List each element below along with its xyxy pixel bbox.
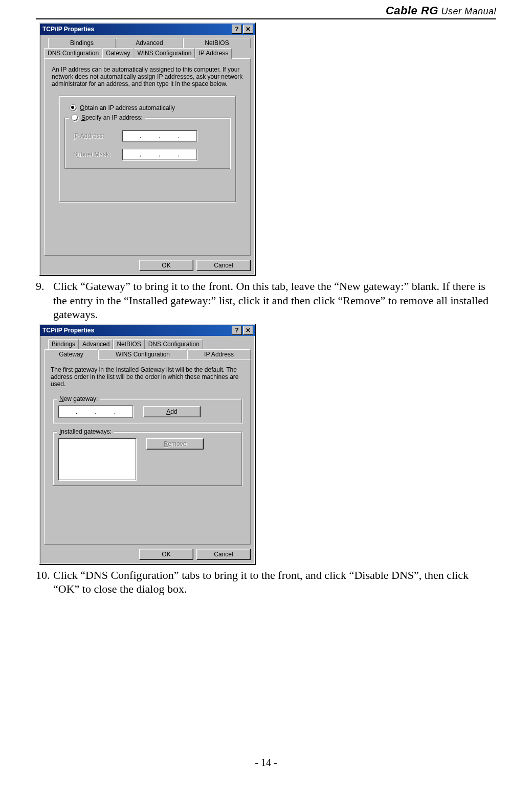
- tab-advanced[interactable]: Advanced: [116, 38, 183, 48]
- remove-button[interactable]: Remove: [146, 438, 204, 449]
- step-10: 10. Click “DNS Configuration” tabs to br…: [36, 568, 496, 596]
- gateway-info-text: The first gateway in the Installed Gatew…: [51, 366, 244, 388]
- help-button[interactable]: ?: [232, 326, 242, 335]
- installed-gateways-list[interactable]: [58, 438, 136, 480]
- titlebar[interactable]: TCP/IP Properties ? ✕: [40, 325, 255, 336]
- ip-info-text: An IP address can be automatically assig…: [52, 66, 243, 87]
- tcpip-dialog-ipaddress: TCP/IP Properties ? ✕ Bindings Advanced …: [39, 23, 256, 276]
- step-text: Click “Gateway” to bring it to the front…: [53, 279, 496, 322]
- radio-specify-ip-label: Specify an IP address:: [81, 114, 143, 121]
- tab-bindings[interactable]: Bindings: [48, 339, 79, 349]
- tab-gateway[interactable]: Gateway: [44, 349, 98, 360]
- installed-gateways-label: Installed gateways:: [57, 428, 114, 435]
- ok-button[interactable]: OK: [139, 260, 193, 271]
- page-number: - 14 -: [0, 757, 532, 769]
- step-9: 9. Click “Gateway” to bring it to the fr…: [36, 279, 496, 322]
- close-button[interactable]: ✕: [243, 326, 253, 335]
- tab-advanced[interactable]: Advanced: [79, 339, 113, 349]
- tab-netbios[interactable]: NetBIOS: [183, 38, 251, 48]
- step-number: 9.: [36, 279, 53, 322]
- ip-address-field[interactable]: ...: [122, 130, 197, 142]
- tab-wins-config[interactable]: WINS Configuration: [98, 349, 187, 359]
- tcpip-dialog-gateway: TCP/IP Properties ? ✕ Bindings Advanced …: [39, 324, 256, 565]
- tab-gateway[interactable]: Gateway: [102, 48, 134, 58]
- subnet-mask-label: Subnet Mask:: [73, 151, 122, 158]
- tab-ip-address[interactable]: IP Address: [187, 349, 251, 359]
- cancel-button[interactable]: Cancel: [196, 549, 251, 560]
- radio-obtain-auto[interactable]: [70, 104, 77, 111]
- new-gateway-label: New gateway:: [57, 395, 100, 402]
- dialog-title: TCP/IP Properties: [41, 327, 231, 334]
- ok-button[interactable]: OK: [139, 549, 193, 560]
- close-button[interactable]: ✕: [243, 25, 253, 34]
- subnet-mask-field[interactable]: ...: [122, 149, 197, 160]
- step-number: 10.: [36, 568, 53, 596]
- add-button[interactable]: Add: [143, 406, 201, 417]
- step-text: Click “DNS Configuration” tabs to bring …: [53, 568, 496, 596]
- help-button[interactable]: ?: [232, 25, 242, 34]
- tab-wins-config[interactable]: WINS Configuration: [134, 48, 195, 58]
- tab-bindings[interactable]: Bindings: [48, 38, 116, 48]
- titlebar[interactable]: TCP/IP Properties ? ✕: [40, 24, 255, 35]
- page-header: Cable RG User Manual: [36, 4, 496, 19]
- cancel-button[interactable]: Cancel: [196, 260, 251, 271]
- tab-dns-config[interactable]: DNS Configuration: [44, 48, 102, 58]
- ip-address-label: IP Address:: [73, 132, 122, 140]
- new-gateway-field[interactable]: ...: [58, 406, 133, 418]
- radio-obtain-auto-label: Obtain an IP address automatically: [80, 104, 175, 111]
- tab-netbios[interactable]: NetBIOS: [113, 339, 144, 349]
- header-product: Cable RG: [386, 4, 438, 17]
- radio-specify-ip[interactable]: [71, 114, 78, 121]
- tab-ip-address[interactable]: IP Address: [195, 48, 232, 59]
- header-subtitle: User Manual: [438, 6, 496, 16]
- tab-dns-config[interactable]: DNS Configuration: [145, 339, 203, 349]
- dialog-title: TCP/IP Properties: [41, 26, 231, 33]
